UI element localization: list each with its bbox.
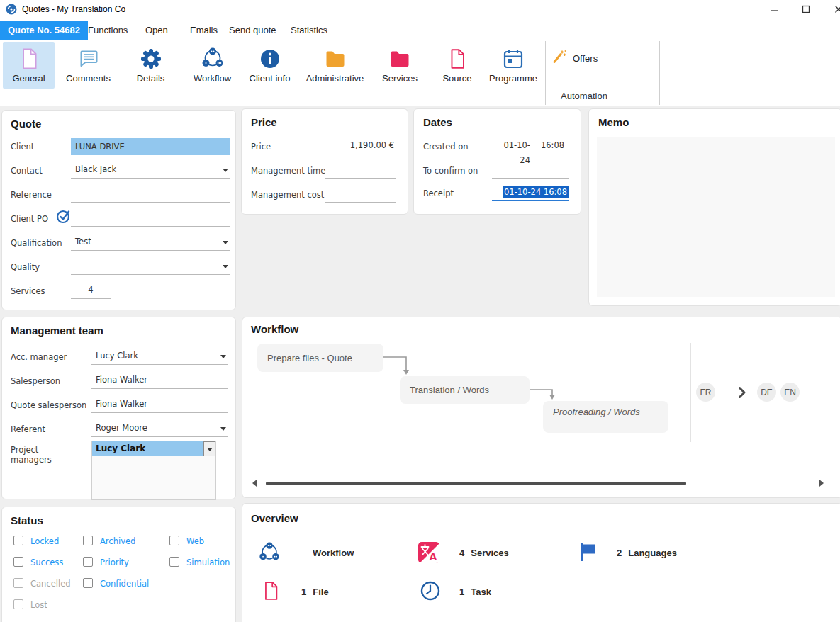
salesperson-field[interactable]: Fiona Walker bbox=[91, 373, 228, 389]
menu-functions[interactable]: Functions bbox=[88, 21, 128, 40]
lost-checkbox[interactable] bbox=[13, 599, 23, 609]
gear-icon bbox=[125, 46, 177, 72]
ribbon-details-button[interactable]: Details bbox=[125, 42, 177, 89]
quote-number-badge[interactable]: Quote No. 54682 bbox=[0, 21, 88, 40]
workflow-step-1[interactable]: Prepare files - Quote bbox=[257, 344, 383, 372]
locked-checkbox-label[interactable]: Locked bbox=[30, 536, 59, 546]
qualification-label: Qualification bbox=[11, 238, 62, 248]
ribbon-group-label-automation: Automation bbox=[549, 91, 620, 101]
workflow-panel: Workflow Prepare files - Quote Translati… bbox=[242, 317, 840, 498]
workflow-step-3[interactable]: Proofreading / Words bbox=[543, 401, 668, 433]
management-team-title: Management team bbox=[11, 324, 103, 337]
overview-item-workflow[interactable]: Workflow bbox=[313, 548, 354, 558]
to-confirm-on-field[interactable] bbox=[492, 162, 569, 179]
quote-salesperson-field[interactable]: Fiona Walker bbox=[91, 397, 228, 413]
workflow-panel-title: Workflow bbox=[251, 323, 298, 335]
project-managers-selected-item[interactable]: Lucy Clark bbox=[92, 441, 215, 456]
receipt-field[interactable]: 01-10-24 16:08 bbox=[492, 185, 569, 201]
maximize-button[interactable] bbox=[795, 1, 817, 17]
simulation-checkbox[interactable] bbox=[169, 557, 179, 567]
chevron-down-icon bbox=[223, 265, 228, 268]
priority-checkbox[interactable] bbox=[83, 557, 93, 567]
reference-field[interactable] bbox=[71, 186, 230, 203]
receipt-label: Receipt bbox=[423, 188, 454, 198]
scrollbar-left-arrow[interactable] bbox=[252, 480, 257, 487]
project-managers-listbox[interactable]: Lucy Clark bbox=[91, 441, 216, 500]
management-time-field[interactable] bbox=[325, 162, 396, 179]
qualification-dropdown[interactable]: Test bbox=[71, 234, 230, 251]
management-cost-label: Management cost bbox=[251, 190, 324, 200]
svg-text:A: A bbox=[430, 551, 437, 562]
quality-dropdown[interactable] bbox=[71, 259, 230, 275]
folder-orange-icon bbox=[305, 46, 365, 72]
confidential-checkbox-label[interactable]: Confidential bbox=[100, 579, 149, 589]
target-language-badge: EN bbox=[780, 383, 800, 402]
menu-emails[interactable]: Emails bbox=[190, 21, 218, 40]
overview-item-tasks[interactable]: 1Task bbox=[459, 587, 491, 597]
acc-manager-label: Acc. manager bbox=[11, 352, 67, 362]
cancelled-checkbox[interactable] bbox=[13, 578, 23, 588]
scrollbar-thumb[interactable] bbox=[266, 482, 686, 485]
ribbon-services-button[interactable]: Services bbox=[374, 42, 426, 89]
ribbon-client-info-button[interactable]: Client info bbox=[243, 42, 296, 89]
project-managers-combo-button[interactable] bbox=[203, 441, 215, 456]
to-confirm-on-label: To confirm on bbox=[423, 166, 478, 176]
simulation-checkbox-label[interactable]: Simulation bbox=[186, 558, 230, 567]
success-checkbox-label[interactable]: Success bbox=[30, 558, 63, 567]
app-logo-icon bbox=[6, 4, 17, 15]
locked-checkbox[interactable] bbox=[13, 536, 23, 545]
chevron-down-icon bbox=[223, 169, 228, 172]
ribbon-separator bbox=[545, 41, 546, 105]
document-purple-icon bbox=[3, 46, 55, 72]
created-on-date-field[interactable]: 01-10-24 bbox=[492, 138, 532, 154]
workflow-divider bbox=[690, 343, 691, 442]
lost-checkbox-label[interactable]: Lost bbox=[30, 600, 47, 610]
overview-item-files[interactable]: 1File bbox=[301, 587, 329, 597]
web-checkbox[interactable] bbox=[169, 536, 179, 545]
contact-dropdown[interactable]: Black Jack bbox=[71, 162, 230, 179]
close-button[interactable] bbox=[828, 1, 840, 17]
ribbon-source-button[interactable]: Source bbox=[431, 42, 483, 89]
management-cost-field[interactable] bbox=[325, 186, 396, 203]
client-label: Client bbox=[11, 142, 34, 152]
price-panel: Price Price 1,190.00 € Management time M… bbox=[241, 108, 408, 215]
created-on-time-field[interactable]: 16:08 bbox=[537, 138, 569, 154]
archived-checkbox-label[interactable]: Archived bbox=[100, 536, 135, 546]
maximize-icon bbox=[802, 5, 810, 13]
success-checkbox[interactable] bbox=[13, 557, 23, 567]
workflow-icon bbox=[186, 46, 239, 72]
info-icon bbox=[243, 46, 296, 72]
web-checkbox-label[interactable]: Web bbox=[186, 536, 204, 546]
workflow-step-2[interactable]: Translation / Words bbox=[400, 376, 530, 404]
memo-panel-title: Memo bbox=[598, 116, 629, 128]
magic-wand-icon bbox=[552, 49, 568, 67]
cancelled-checkbox-label[interactable]: Cancelled bbox=[30, 579, 71, 589]
ribbon-comments-button[interactable]: Comments bbox=[62, 42, 114, 89]
overview-item-languages[interactable]: 2Languages bbox=[617, 548, 677, 558]
priority-checkbox-label[interactable]: Priority bbox=[100, 558, 129, 567]
ribbon-administrative-button[interactable]: Administrative bbox=[305, 42, 365, 89]
scrollbar-right-arrow[interactable] bbox=[819, 480, 824, 487]
ribbon-workflow-button[interactable]: Workflow bbox=[186, 42, 239, 89]
ribbon-programme-button[interactable]: Programme bbox=[486, 42, 541, 89]
services-label: Services bbox=[11, 286, 45, 296]
ribbon-general-button[interactable]: General bbox=[3, 42, 55, 89]
menubar: Quote No. 54682 Functions Open Emails Se… bbox=[0, 18, 840, 40]
ribbon-offers-button[interactable]: Offers bbox=[552, 49, 598, 67]
menu-send-quote[interactable]: Send quote bbox=[229, 21, 276, 40]
menu-statistics[interactable]: Statistics bbox=[291, 21, 327, 40]
overview-item-services[interactable]: 4Services bbox=[459, 548, 509, 558]
status-panel-title: Status bbox=[11, 514, 43, 526]
price-field[interactable]: 1,190.00 € bbox=[325, 138, 396, 154]
memo-textarea[interactable] bbox=[597, 137, 835, 297]
acc-manager-dropdown[interactable]: Lucy Clark bbox=[91, 349, 228, 365]
client-field[interactable]: LUNA DRIVE bbox=[71, 138, 230, 155]
client-po-field[interactable] bbox=[71, 210, 230, 227]
menu-open[interactable]: Open bbox=[145, 21, 168, 40]
minimize-button[interactable] bbox=[764, 1, 785, 17]
services-field[interactable]: 4 bbox=[71, 283, 111, 299]
referent-dropdown[interactable]: Roger Moore bbox=[91, 421, 228, 437]
ribbon-toolbar: General Comments Details Workflow bbox=[0, 40, 840, 106]
confidential-checkbox[interactable] bbox=[83, 578, 93, 588]
archived-checkbox[interactable] bbox=[83, 536, 93, 545]
